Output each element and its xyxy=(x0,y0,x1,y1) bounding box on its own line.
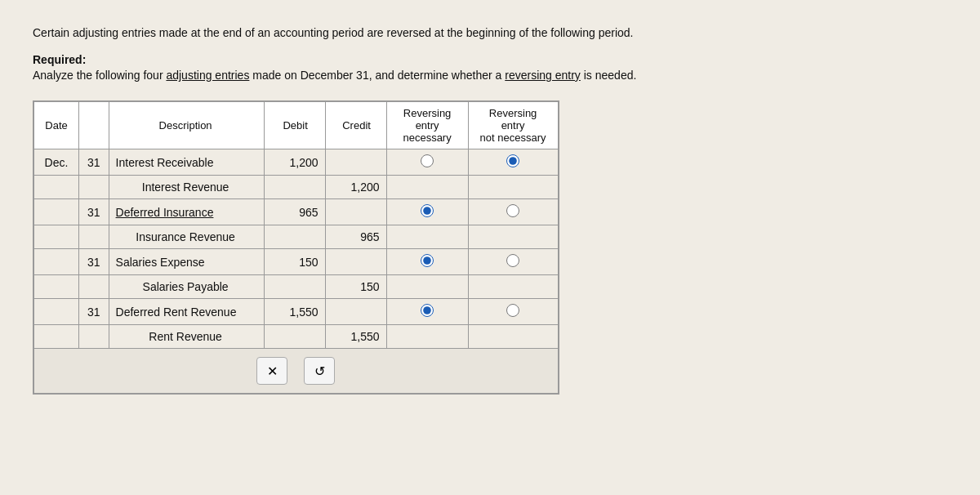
radio-rev-not-3[interactable] xyxy=(506,254,519,267)
cell-rev-not-3b xyxy=(468,275,558,299)
table-row: 31 Salaries Expense 150 xyxy=(34,249,559,275)
reversing-entry-link[interactable]: reversing entry xyxy=(505,69,581,82)
intro-text: Certain adjusting entries made at the en… xyxy=(33,25,947,42)
table-row: Salaries Payable 150 xyxy=(34,275,559,299)
radio-rev-not-4[interactable] xyxy=(506,304,519,317)
cell-day-4b xyxy=(79,325,109,349)
radio-rev-nec-2[interactable] xyxy=(421,204,434,217)
cell-day-2: 31 xyxy=(79,199,109,225)
cell-debit-3b xyxy=(264,275,325,299)
table-row: Dec. 31 Interest Receivable 1,200 xyxy=(34,149,559,176)
cell-credit-3b: 150 xyxy=(325,275,386,299)
cell-date-2b xyxy=(34,225,79,249)
cell-rev-nec-1b xyxy=(386,176,468,199)
radio-rev-not-1[interactable] xyxy=(506,154,519,167)
cell-date-2 xyxy=(34,199,79,225)
cell-credit-4b: 1,550 xyxy=(325,325,386,349)
cell-credit-2b: 965 xyxy=(325,225,386,249)
header-rev-necessary: Reversing entrynecessary xyxy=(386,102,468,149)
cell-desc-2b: Insurance Revenue xyxy=(109,225,264,249)
clear-button[interactable]: ✕ xyxy=(256,357,287,385)
header-description: Description xyxy=(109,102,264,149)
cell-credit-4 xyxy=(325,299,386,325)
cell-rev-not-1b xyxy=(468,176,558,199)
cell-rev-nec-3 xyxy=(386,249,468,275)
adjusting-entries-table: Date Description Debit Credit Reversing … xyxy=(33,101,559,394)
cell-debit-2b xyxy=(264,225,325,249)
cell-rev-not-3 xyxy=(468,249,558,275)
table-row: 31 Deferred Rent Revenue 1,550 xyxy=(34,299,559,325)
cell-debit-2: 965 xyxy=(264,199,325,225)
cell-rev-nec-2b xyxy=(386,225,468,249)
cell-desc-4: Deferred Rent Revenue xyxy=(109,299,264,325)
cell-credit-2 xyxy=(325,199,386,225)
cell-day-3b xyxy=(79,275,109,299)
cell-rev-not-4 xyxy=(468,299,558,325)
cell-date-1: Dec. xyxy=(34,149,79,176)
table-row: Interest Revenue 1,200 xyxy=(34,176,559,199)
header-date: Date xyxy=(34,102,79,149)
header-day xyxy=(79,102,109,149)
cell-debit-4b xyxy=(264,325,325,349)
radio-rev-nec-1[interactable] xyxy=(421,154,434,167)
cell-desc-2: Deferred Insurance xyxy=(109,199,264,225)
header-rev-not-necessary: Reversing entrynot necessary xyxy=(468,102,558,149)
cell-day-4: 31 xyxy=(79,299,109,325)
cell-day-3: 31 xyxy=(79,249,109,275)
cell-desc-3: Salaries Expense xyxy=(109,249,264,275)
cell-desc-1b: Interest Revenue xyxy=(109,176,264,199)
cell-credit-1 xyxy=(325,149,386,176)
adjusting-entries-link[interactable]: adjusting entries xyxy=(166,69,249,82)
table-row: 31 Deferred Insurance 965 xyxy=(34,199,559,225)
cell-rev-nec-4b xyxy=(386,325,468,349)
cell-desc-3b: Salaries Payable xyxy=(109,275,264,299)
cell-debit-1: 1,200 xyxy=(264,149,325,176)
cell-date-4 xyxy=(34,299,79,325)
cell-rev-not-2b xyxy=(468,225,558,249)
cell-credit-1b: 1,200 xyxy=(325,176,386,199)
cell-date-1b xyxy=(34,176,79,199)
cell-rev-nec-2 xyxy=(386,199,468,225)
action-row: ✕ ↺ xyxy=(34,349,559,394)
deferred-insurance-link[interactable]: Deferred Insurance xyxy=(116,206,214,219)
cell-rev-nec-4 xyxy=(386,299,468,325)
table-row: Insurance Revenue 965 xyxy=(34,225,559,249)
cell-rev-nec-1 xyxy=(386,149,468,176)
radio-rev-nec-4[interactable] xyxy=(421,304,434,317)
cell-date-3b xyxy=(34,275,79,299)
header-debit: Debit xyxy=(264,102,325,149)
cell-credit-3 xyxy=(325,249,386,275)
action-buttons: ✕ ↺ xyxy=(42,357,550,385)
table-header-row: Date Description Debit Credit Reversing … xyxy=(34,102,559,149)
x-icon: ✕ xyxy=(267,363,278,379)
undo-icon: ↺ xyxy=(314,363,325,379)
cell-desc-4b: Rent Revenue xyxy=(109,325,264,349)
cell-debit-1b xyxy=(264,176,325,199)
cell-rev-not-1 xyxy=(468,149,558,176)
radio-rev-nec-3[interactable] xyxy=(421,254,434,267)
cell-debit-3: 150 xyxy=(264,249,325,275)
radio-rev-not-2[interactable] xyxy=(506,204,519,217)
cell-rev-not-4b xyxy=(468,325,558,349)
action-cell: ✕ ↺ xyxy=(34,349,559,394)
cell-rev-not-2 xyxy=(468,199,558,225)
required-desc: Analyze the following four adjusting ent… xyxy=(33,66,947,84)
cell-day-2b xyxy=(79,225,109,249)
cell-date-4b xyxy=(34,325,79,349)
cell-rev-nec-3b xyxy=(386,275,468,299)
cell-day-1b xyxy=(79,176,109,199)
cell-debit-4: 1,550 xyxy=(264,299,325,325)
undo-button[interactable]: ↺ xyxy=(304,357,335,385)
required-label: Required: xyxy=(33,53,947,66)
main-table-wrapper: Date Description Debit Credit Reversing … xyxy=(33,100,559,395)
cell-day-1: 31 xyxy=(79,149,109,176)
cell-desc-1: Interest Receivable xyxy=(109,149,264,176)
cell-date-3 xyxy=(34,249,79,275)
table-row: Rent Revenue 1,550 xyxy=(34,325,559,349)
header-credit: Credit xyxy=(325,102,386,149)
